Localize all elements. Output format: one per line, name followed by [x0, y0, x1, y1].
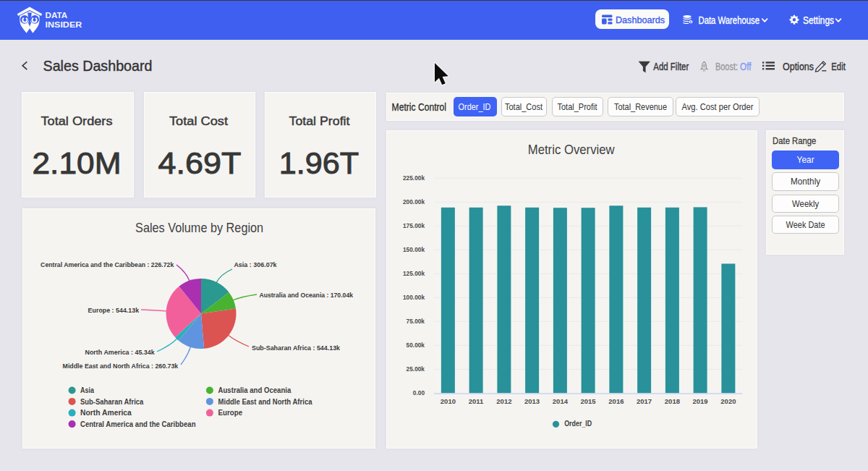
svg-text:Data Warehouse: Data Warehouse — [699, 14, 760, 26]
svg-text:Add Filter: Add Filter — [653, 61, 689, 72]
svg-text:Order_ID: Order_ID — [459, 101, 491, 112]
svg-text:Total_Revenue: Total_Revenue — [614, 101, 667, 112]
svg-text:100.00k: 100.00k — [403, 294, 425, 301]
svg-text:North America: North America — [80, 408, 132, 417]
svg-text:DATA: DATA — [46, 11, 68, 20]
svg-text:Sub-Saharan Africa : 544.13k: Sub-Saharan Africa : 544.13k — [252, 344, 341, 352]
svg-text:2014: 2014 — [553, 397, 569, 405]
svg-text:2019: 2019 — [693, 397, 708, 405]
svg-text:2011: 2011 — [469, 397, 484, 405]
svg-text:Options: Options — [783, 61, 814, 72]
svg-text:0.00: 0.00 — [413, 389, 425, 396]
svg-text:200.00k: 200.00k — [403, 198, 425, 205]
svg-text:Date Range: Date Range — [773, 136, 816, 146]
svg-text:Sub-Saharan Africa: Sub-Saharan Africa — [80, 397, 143, 406]
svg-text:Metric Control: Metric Control — [392, 101, 446, 113]
svg-text:Central America and the Caribb: Central America and the Caribbean — [80, 420, 196, 428]
svg-text:125.00k: 125.00k — [403, 270, 425, 277]
svg-text:2017: 2017 — [637, 397, 652, 405]
svg-text:4.69T: 4.69T — [158, 146, 242, 180]
svg-text:2.10M: 2.10M — [33, 146, 122, 180]
svg-text:Asia: Asia — [80, 386, 94, 394]
svg-text:75.00k: 75.00k — [407, 318, 425, 325]
svg-text:50.00k: 50.00k — [407, 341, 425, 349]
svg-text:Middle East and North Africa :: Middle East and North Africa : 260.73k — [63, 362, 179, 370]
svg-text:Total_Profit: Total_Profit — [558, 101, 597, 112]
svg-text:Europe : 544.13k: Europe : 544.13k — [88, 306, 140, 314]
svg-text:2010: 2010 — [441, 397, 456, 405]
svg-text:150.00k: 150.00k — [403, 246, 425, 253]
svg-text:Australia and Oceania : 170.04: Australia and Oceania : 170.04k — [259, 291, 353, 299]
svg-text:Settings: Settings — [803, 14, 834, 26]
svg-text:Order_ID: Order_ID — [564, 420, 592, 428]
svg-text:Asia : 306.07k: Asia : 306.07k — [234, 260, 277, 268]
svg-text:2013: 2013 — [524, 397, 540, 405]
svg-text:2020: 2020 — [720, 397, 736, 405]
svg-text:North America : 45.34k: North America : 45.34k — [85, 348, 156, 356]
svg-text:Week Date: Week Date — [786, 220, 825, 230]
svg-text:Sales Volume by Region: Sales Volume by Region — [135, 220, 263, 235]
svg-text:Avg. Cost per Order: Avg. Cost per Order — [682, 101, 754, 112]
svg-text:Weekly: Weekly — [792, 199, 820, 209]
svg-text:1.96T: 1.96T — [279, 146, 359, 180]
svg-text:Edit: Edit — [831, 61, 846, 72]
svg-text:Total Profit: Total Profit — [289, 114, 350, 128]
svg-text:Year: Year — [797, 155, 814, 165]
svg-text:Boost:: Boost: — [715, 61, 738, 72]
svg-text:2015: 2015 — [581, 397, 597, 405]
svg-text:Middle East and North Africa: Middle East and North Africa — [218, 397, 312, 406]
svg-text:225.00k: 225.00k — [403, 174, 425, 182]
svg-text:Total_Cost: Total_Cost — [505, 101, 542, 112]
svg-text:Central America and the Caribb: Central America and the Caribbean : 226.… — [41, 260, 174, 268]
svg-text:Dashboards: Dashboards — [616, 14, 665, 25]
svg-text:Europe: Europe — [218, 408, 243, 417]
svg-text:Total Orders: Total Orders — [41, 114, 113, 128]
svg-text:Australia and Oceania: Australia and Oceania — [218, 386, 292, 394]
svg-text:25.00k: 25.00k — [407, 365, 425, 373]
svg-text:Total Cost: Total Cost — [169, 114, 228, 128]
svg-text:INSIDER: INSIDER — [46, 20, 82, 29]
svg-text:Sales Dashboard: Sales Dashboard — [43, 57, 153, 74]
svg-text:Off: Off — [740, 61, 752, 72]
svg-text:Metric Overview: Metric Overview — [528, 142, 615, 157]
svg-text:2016: 2016 — [608, 397, 624, 405]
svg-text:175.00k: 175.00k — [403, 222, 425, 229]
svg-text:2012: 2012 — [496, 397, 511, 405]
svg-text:2018: 2018 — [665, 397, 680, 405]
svg-text:Monthly: Monthly — [791, 177, 821, 187]
